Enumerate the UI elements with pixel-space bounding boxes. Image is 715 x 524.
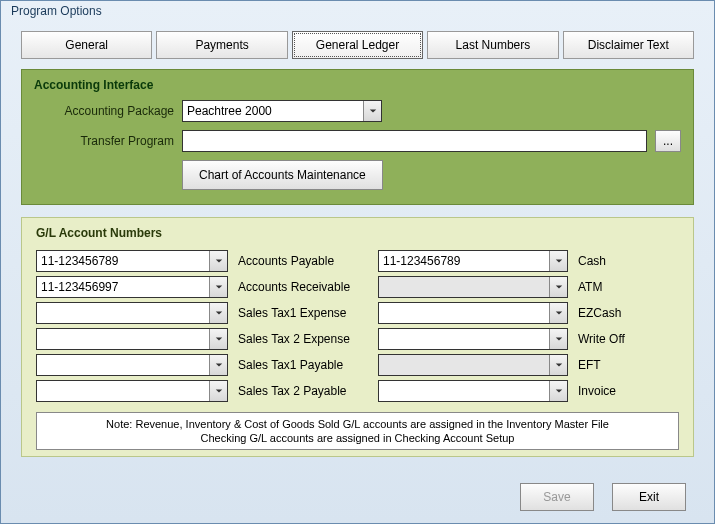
gl-right-label-2: EZCash [578,306,679,320]
gl-left-label-1: Accounts Receivable [238,280,366,294]
gl-left-row: Sales Tax1 Payable [36,354,366,376]
gl-legend: G/L Account Numbers [36,226,679,240]
tab-general-ledger[interactable]: General Ledger [292,31,423,59]
gl-right-label-5: Invoice [578,384,679,398]
gl-left-row: 11-123456789Accounts Payable [36,250,366,272]
gl-right-label-3: Write Off [578,332,679,346]
accounting-package-value: Peachtree 2000 [187,104,272,118]
gl-left-select-5[interactable] [36,380,228,402]
gl-left-select-3[interactable] [36,328,228,350]
gl-right-label-0: Cash [578,254,679,268]
gl-right-label-4: EFT [578,358,679,372]
gl-left-select-4[interactable] [36,354,228,376]
gl-left-label-2: Sales Tax1 Expense [238,306,366,320]
gl-left-select-1[interactable]: 11-123456997 [36,276,228,298]
gl-right-select-5[interactable] [378,380,568,402]
gl-left-label-5: Sales Tax 2 Payable [238,384,366,398]
chevron-down-icon [209,355,227,375]
chevron-down-icon [209,251,227,271]
gl-right-select-0[interactable]: 11-123456789 [378,250,568,272]
gl-note-line2: Checking G/L accounts are assigned in Ch… [45,431,670,445]
gl-right-select-1 [378,276,568,298]
gl-note: Note: Revenue, Inventory & Cost of Goods… [36,412,679,450]
chevron-down-icon [549,355,567,375]
gl-right-row: EFT [378,354,679,376]
gl-right-select-3[interactable] [378,328,568,350]
gl-left-column: 11-123456789Accounts Payable11-123456997… [36,250,366,406]
chevron-down-icon [549,251,567,271]
gl-left-row: Sales Tax1 Expense [36,302,366,324]
accounting-interface-legend: Accounting Interface [34,78,681,92]
chart-of-accounts-button[interactable]: Chart of Accounts Maintenance [182,160,383,190]
chevron-down-icon [209,277,227,297]
accounting-interface-panel: Accounting Interface Accounting Package … [21,69,694,205]
chevron-down-icon [209,329,227,349]
gl-right-select-2[interactable] [378,302,568,324]
chevron-down-icon [549,381,567,401]
gl-right-row: 11-123456789Cash [378,250,679,272]
tab-general[interactable]: General [21,31,152,59]
gl-left-row: Sales Tax 2 Payable [36,380,366,402]
chevron-down-icon [549,303,567,323]
gl-left-label-3: Sales Tax 2 Expense [238,332,366,346]
gl-left-row: Sales Tax 2 Expense [36,328,366,350]
gl-left-label-4: Sales Tax1 Payable [238,358,366,372]
chevron-down-icon [549,329,567,349]
gl-left-row: 11-123456997Accounts Receivable [36,276,366,298]
tab-last-numbers[interactable]: Last Numbers [427,31,558,59]
accounting-package-select[interactable]: Peachtree 2000 [182,100,382,122]
gl-account-numbers-panel: G/L Account Numbers 11-123456789Accounts… [21,217,694,457]
program-options-window: Program Options General Payments General… [0,0,715,524]
exit-button[interactable]: Exit [612,483,686,511]
tab-disclaimer[interactable]: Disclaimer Text [563,31,694,59]
browse-button[interactable]: ... [655,130,681,152]
transfer-program-input[interactable] [182,130,647,152]
content-area: General Payments General Ledger Last Num… [1,23,714,471]
gl-left-label-0: Accounts Payable [238,254,366,268]
gl-left-select-2[interactable] [36,302,228,324]
gl-right-row: ATM [378,276,679,298]
gl-right-column: 11-123456789CashATMEZCashWrite OffEFTInv… [378,250,679,406]
transfer-program-label: Transfer Program [34,134,174,148]
gl-left-select-0[interactable]: 11-123456789 [36,250,228,272]
chevron-down-icon [549,277,567,297]
gl-right-row: EZCash [378,302,679,324]
window-title: Program Options [1,1,714,23]
gl-right-label-1: ATM [578,280,679,294]
tab-strip: General Payments General Ledger Last Num… [21,31,694,59]
gl-right-select-4 [378,354,568,376]
gl-note-line1: Note: Revenue, Inventory & Cost of Goods… [45,417,670,431]
chevron-down-icon [209,303,227,323]
gl-right-row: Invoice [378,380,679,402]
tab-payments[interactable]: Payments [156,31,287,59]
chevron-down-icon [363,101,381,121]
save-button[interactable]: Save [520,483,594,511]
chevron-down-icon [209,381,227,401]
gl-right-row: Write Off [378,328,679,350]
accounting-package-label: Accounting Package [34,104,174,118]
footer-buttons: Save Exit [520,483,686,511]
